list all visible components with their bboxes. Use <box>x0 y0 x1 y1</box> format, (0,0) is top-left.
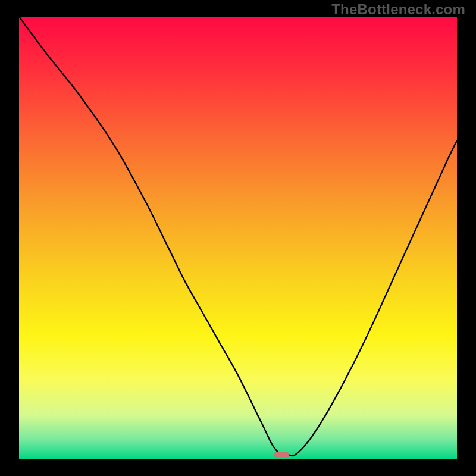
watermark-text: TheBottleneck.com <box>331 1 465 18</box>
chart-frame: TheBottleneck.com <box>0 0 476 476</box>
plot-background <box>19 17 457 459</box>
chart-svg <box>0 0 476 476</box>
optimal-marker <box>274 452 290 458</box>
